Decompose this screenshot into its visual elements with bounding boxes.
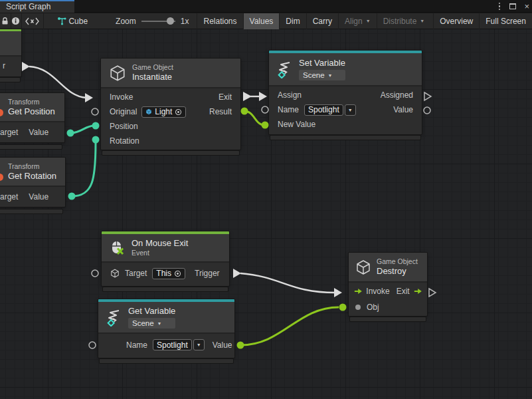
wire-get-variable-to-destroy-obj[interactable] [237, 304, 347, 349]
invoke-port-label: Invoke [110, 92, 133, 102]
node-title: Destroy [377, 266, 418, 277]
variable-kind-dropdown[interactable]: Scene▼ [299, 70, 345, 80]
value-port-label: Value [393, 105, 413, 114]
port-get-variable-name[interactable] [89, 342, 96, 348]
node-get-rotation[interactable]: Transform Get Rotation arget Value [0, 158, 65, 207]
mouse-exit-icon [110, 240, 126, 256]
maximize-icon[interactable] [509, 3, 516, 9]
port-set-variable-value[interactable] [424, 107, 430, 114]
object-picker-icon[interactable] [175, 108, 182, 116]
wire-get-position-to-instantiate-position[interactable] [67, 122, 100, 137]
node-partial-event[interactable]: r [0, 29, 21, 76]
assign-port-label: Assign [278, 90, 302, 100]
wire-instantiate-result-to-new-value[interactable] [241, 108, 269, 129]
values-button[interactable]: Values [243, 13, 280, 29]
variable-name-dropdown[interactable]: ▼ [193, 339, 205, 350]
window-controls: × [497, 0, 529, 13]
exit-port-label: Exit [397, 287, 410, 296]
tab-title: Script Graph [6, 2, 50, 11]
graph-canvas[interactable]: r Transform Get Position arget Value [0, 29, 532, 399]
node-get-variable[interactable]: Get Variable Scene▼ Name Spotlight ▼ Val… [98, 299, 234, 358]
chevron-down-icon: ▼ [157, 321, 162, 326]
variable-name-dropdown[interactable]: ▼ [345, 104, 356, 116]
node-header: Transform Get Rotation [0, 158, 65, 187]
port-set-variable-name[interactable] [262, 106, 268, 113]
target-port-label: arget [0, 192, 18, 201]
node-title: On Mouse Exit [132, 238, 188, 249]
node-destroy[interactable]: Game Object Destroy Invoke Exit Obj [349, 253, 427, 316]
node-header: Transform Get Position [0, 93, 64, 122]
port-instantiate-original[interactable] [92, 108, 98, 115]
distribute-dropdown[interactable]: Distribute▼ [377, 13, 431, 29]
node-title: Get Position [8, 106, 55, 117]
game-object-cube-icon [355, 259, 371, 275]
chevron-down-icon: ▼ [366, 19, 371, 23]
trigger-label-partial: r [3, 61, 5, 70]
value-port-label: Value [213, 340, 232, 350]
toolbar-separator [43, 13, 44, 29]
align-dropdown[interactable]: Align▼ [338, 13, 377, 29]
lock-icon[interactable] [0, 13, 11, 29]
node-instantiate[interactable]: Game Object Instantiate Invoke Exit Orig… [101, 59, 240, 150]
original-object-field[interactable]: Light [141, 106, 186, 118]
node-title: Get Variable [128, 306, 175, 317]
node-footer [100, 359, 233, 363]
graph-toolbar: Cube Zoom 1x Relations Values Dim Carry … [0, 13, 532, 29]
object-picker-icon[interactable] [174, 270, 181, 277]
rotation-port-label: Rotation [110, 136, 139, 146]
wire-trigger-to-destroy-invoke[interactable] [233, 269, 342, 297]
zoom-slider-handle[interactable] [167, 17, 174, 25]
node-footer [350, 317, 426, 321]
chevron-down-icon: ▼ [328, 73, 333, 78]
port-set-variable-assigned[interactable] [424, 92, 431, 100]
obj-port-label: Obj [367, 303, 379, 312]
node-title: Get Rotation [8, 171, 56, 182]
full-screen-button[interactable]: Full Screen [479, 13, 532, 29]
node-set-variable[interactable]: Set Variable Scene▼ Assign Assigned Name… [269, 51, 422, 134]
node-category: Transform [8, 98, 55, 106]
tab-script-graph[interactable]: Script Graph [0, 0, 74, 13]
wire-instantiate-exit-to-set-variable-assign[interactable] [243, 92, 267, 101]
node-header [0, 31, 21, 57]
overview-button[interactable]: Overview [433, 13, 479, 29]
wire-get-rotation-to-instantiate-rotation[interactable] [68, 136, 100, 200]
carry-button[interactable]: Carry [306, 13, 338, 29]
game-object-mini-icon [145, 108, 152, 115]
node-footer [270, 136, 420, 140]
original-object-value: Light [155, 107, 172, 116]
node-title: Instantiate [132, 72, 173, 82]
node-header: Game Object Instantiate [101, 59, 240, 88]
connections-overlay [0, 29, 532, 399]
exit-port-label: Exit [219, 92, 232, 102]
position-port-label: Position [110, 122, 138, 131]
relations-button[interactable]: Relations [197, 13, 242, 29]
menu-icon[interactable] [497, 1, 502, 12]
node-footer [102, 151, 239, 155]
flow-arrow-icon [414, 288, 422, 295]
node-subtitle: Event [132, 249, 188, 257]
port-destroy-exit[interactable] [429, 289, 436, 297]
trigger-port-label: Trigger [195, 269, 220, 278]
zoom-slider[interactable] [141, 21, 175, 22]
variable-kind-dropdown[interactable]: Scene▼ [128, 318, 175, 329]
close-icon[interactable]: × [524, 2, 529, 11]
node-category: Game Object [377, 257, 418, 266]
node-header: On Mouse Exit Event [102, 234, 229, 263]
script-graph-asset-icon [56, 13, 68, 29]
info-icon[interactable] [11, 13, 21, 29]
dim-button[interactable]: Dim [279, 13, 306, 29]
port-on-mouse-exit-target[interactable] [92, 270, 98, 277]
code-view-icon[interactable] [21, 13, 43, 29]
target-object-field[interactable]: This [152, 268, 185, 279]
assigned-port-label: Assigned [381, 90, 413, 100]
variable-name-field[interactable]: Spotlight [153, 339, 192, 350]
graph-name-label: Cube [68, 17, 88, 26]
original-port-label: Original [110, 107, 137, 116]
result-port-label: Result [209, 107, 232, 116]
variable-name-field[interactable]: Spotlight [304, 104, 343, 116]
node-get-position[interactable]: Transform Get Position arget Value [0, 93, 64, 142]
node-header: Get Variable Scene▼ [98, 302, 234, 334]
game-object-cube-icon [109, 65, 126, 82]
node-on-mouse-exit[interactable]: On Mouse Exit Event Target This Trigger [102, 231, 229, 286]
node-category: Game Object [132, 63, 173, 72]
